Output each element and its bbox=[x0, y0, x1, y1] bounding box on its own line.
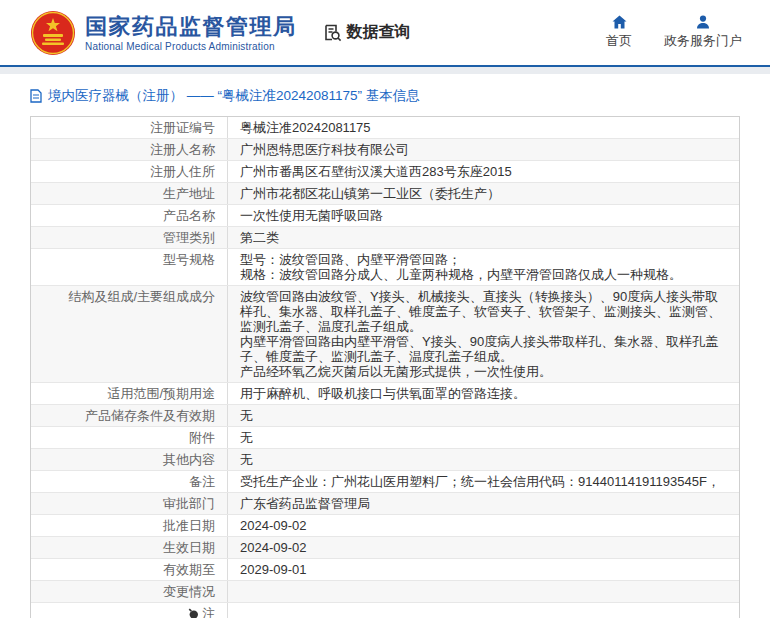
row-label: 其他内容 bbox=[31, 449, 228, 470]
row-label: 注册人名称 bbox=[31, 139, 228, 160]
row-label: 适用范围/预期用途 bbox=[31, 383, 228, 404]
row-value: 受托生产企业：广州花山医用塑料厂；统一社会信用代码：91440114191193… bbox=[228, 471, 739, 492]
table-row: 备注 受托生产企业：广州花山医用塑料厂；统一社会信用代码：91440114191… bbox=[31, 470, 739, 492]
row-value: 广东省药品监督管理局 bbox=[228, 493, 739, 514]
table-row: 注册人名称 广州恩特思医疗科技有限公司 bbox=[31, 138, 739, 160]
table-row: 有效期至 2029-09-01 bbox=[31, 558, 739, 580]
row-label: 附件 bbox=[31, 427, 228, 448]
row-value: 2024-09-02 bbox=[228, 515, 739, 536]
table-row: 批准日期 2024-09-02 bbox=[31, 514, 739, 536]
row-label: 产品储存条件及有效期 bbox=[31, 405, 228, 426]
row-value: 广州市花都区花山镇第一工业区（委托生产） bbox=[228, 183, 739, 204]
row-value bbox=[228, 581, 739, 602]
table-row: 生效日期 2024-09-02 bbox=[31, 536, 739, 558]
table-row: 审批部门 广东省药品监督管理局 bbox=[31, 492, 739, 514]
table-row: 注册人住所 广州市番禺区石壁街汉溪大道西283号东座2015 bbox=[31, 160, 739, 182]
row-value: 用于麻醉机、呼吸机接口与供氧面罩的管路连接。 bbox=[228, 383, 739, 404]
row-label: 型号规格 bbox=[31, 249, 228, 285]
row-value: 第二类 bbox=[228, 227, 739, 248]
nav-home[interactable]: 首页 bbox=[606, 15, 632, 50]
table-row: 注 详情 bbox=[31, 602, 739, 618]
row-label: 生产地址 bbox=[31, 183, 228, 204]
row-label: 注册人住所 bbox=[31, 161, 228, 182]
data-query-tab[interactable]: 数据查询 bbox=[323, 22, 411, 43]
row-value: 无 bbox=[228, 449, 739, 470]
row-value: 详情 bbox=[228, 603, 739, 618]
user-icon bbox=[696, 15, 710, 29]
data-query-label: 数据查询 bbox=[347, 22, 411, 43]
row-label-text: 注 bbox=[202, 606, 215, 618]
table-row: 附件 无 bbox=[31, 426, 739, 448]
row-label: 备注 bbox=[31, 471, 228, 492]
row-label: 生效日期 bbox=[31, 537, 228, 558]
row-label: 注册证编号 bbox=[31, 117, 228, 138]
row-value: 2029-09-01 bbox=[228, 559, 739, 580]
document-icon bbox=[30, 89, 42, 103]
national-emblem-icon bbox=[30, 10, 76, 56]
row-label: 产品名称 bbox=[31, 205, 228, 226]
info-table: 注册证编号 粤械注准20242081175 注册人名称 广州恩特思医疗科技有限公… bbox=[30, 116, 740, 618]
table-row: 其他内容 无 bbox=[31, 448, 739, 470]
table-row: 生产地址 广州市花都区花山镇第一工业区（委托生产） bbox=[31, 182, 739, 204]
row-label: 管理类别 bbox=[31, 227, 228, 248]
table-row: 产品名称 一次性使用无菌呼吸回路 bbox=[31, 204, 739, 226]
nmpa-logo[interactable]: 国家药品监督管理局 National Medical Products Admi… bbox=[30, 10, 297, 56]
row-label: 结构及组成/主要组成成分 bbox=[31, 286, 228, 382]
row-value: 无 bbox=[228, 427, 739, 448]
header-gap-strip bbox=[0, 67, 770, 74]
doc-search-icon bbox=[323, 23, 342, 42]
bulb-icon bbox=[188, 608, 199, 618]
table-row: 管理类别 第二类 bbox=[31, 226, 739, 248]
row-label: 有效期至 bbox=[31, 559, 228, 580]
row-value: 广州恩特思医疗科技有限公司 bbox=[228, 139, 739, 160]
row-value: 型号：波纹管回路、内壁平滑管回路； 规格：波纹管回路分成人、儿童两种规格，内壁平… bbox=[228, 249, 739, 285]
nav-portal-label: 政务服务门户 bbox=[664, 32, 742, 50]
table-row: 变更情况 bbox=[31, 580, 739, 602]
row-value: 粤械注准20242081175 bbox=[228, 117, 739, 138]
row-label: 注 bbox=[31, 603, 228, 618]
row-label: 批准日期 bbox=[31, 515, 228, 536]
row-value: 一次性使用无菌呼吸回路 bbox=[228, 205, 739, 226]
row-label: 变更情况 bbox=[31, 581, 228, 602]
app-header: 国家药品监督管理局 National Medical Products Admi… bbox=[0, 0, 770, 67]
header-nav: 首页 政务服务门户 bbox=[606, 15, 748, 50]
nav-home-label: 首页 bbox=[606, 32, 632, 50]
site-subtitle: National Medical Products Administration bbox=[85, 41, 297, 52]
breadcrumb: 境内医疗器械（注册） —— “粤械注准20242081175” 基本信息 bbox=[0, 74, 770, 114]
main-content: 境内医疗器械（注册） —— “粤械注准20242081175” 基本信息 注册证… bbox=[0, 74, 770, 618]
table-row: 结构及组成/主要组成成分 波纹管回路由波纹管、Y接头、机械接头、直接头（转换接头… bbox=[31, 285, 739, 382]
table-row: 适用范围/预期用途 用于麻醉机、呼吸机接口与供氧面罩的管路连接。 bbox=[31, 382, 739, 404]
home-icon bbox=[612, 15, 627, 29]
site-title: 国家药品监督管理局 bbox=[85, 14, 297, 40]
table-row: 产品储存条件及有效期 无 bbox=[31, 404, 739, 426]
nav-portal[interactable]: 政务服务门户 bbox=[664, 15, 742, 50]
row-value: 2024-09-02 bbox=[228, 537, 739, 558]
row-value: 广州市番禺区石壁街汉溪大道西283号东座2015 bbox=[228, 161, 739, 182]
row-value: 波纹管回路由波纹管、Y接头、机械接头、直接头（转换接头）、90度病人接头带取样孔… bbox=[228, 286, 739, 382]
row-label: 审批部门 bbox=[31, 493, 228, 514]
table-row: 型号规格 型号：波纹管回路、内壁平滑管回路； 规格：波纹管回路分成人、儿童两种规… bbox=[31, 248, 739, 285]
table-row: 注册证编号 粤械注准20242081175 bbox=[31, 117, 739, 138]
breadcrumb-text: 境内医疗器械（注册） —— “粤械注准20242081175” 基本信息 bbox=[48, 87, 420, 105]
row-value: 无 bbox=[228, 405, 739, 426]
